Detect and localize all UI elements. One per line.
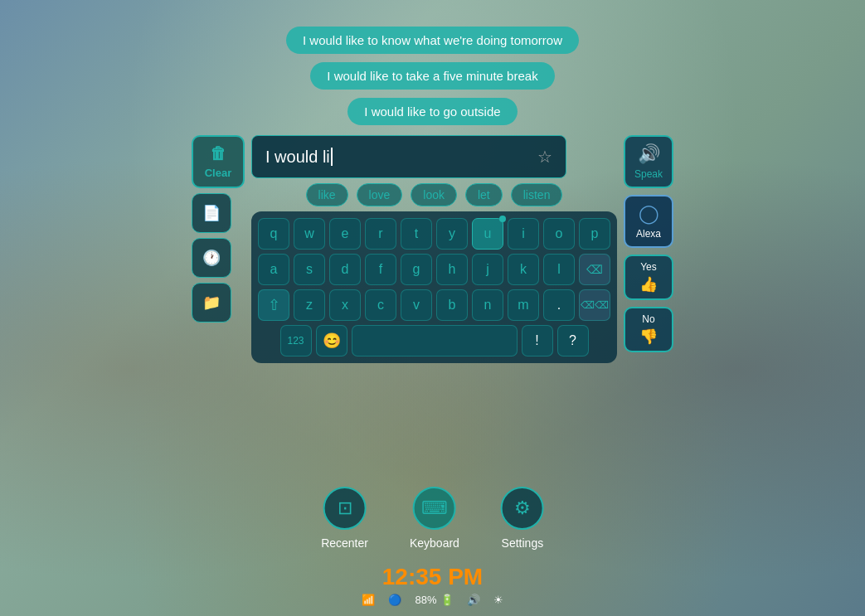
key-row-2: a s d f g h j k l ⌫ — [258, 254, 610, 285]
text-input-row: I would li ☆ — [251, 135, 617, 178]
key-num-sym[interactable]: 123 — [280, 325, 312, 357]
keyboard-label: Keyboard — [410, 536, 459, 550]
key-emoji[interactable]: 😊 — [316, 325, 347, 357]
key-space[interactable] — [352, 325, 518, 357]
key-d[interactable]: d — [329, 254, 361, 285]
document-icon-button[interactable]: 📄 — [192, 193, 231, 233]
word-suggestion-let[interactable]: let — [465, 183, 503, 206]
key-b[interactable]: b — [436, 289, 468, 321]
keyboard-control[interactable]: ⌨ Keyboard — [410, 487, 459, 550]
key-a[interactable]: a — [258, 254, 289, 285]
key-w[interactable]: w — [294, 218, 325, 250]
key-i[interactable]: i — [508, 218, 539, 250]
right-sidebar: 🔊 Speak ◯ Alexa Yes 👍 No 👎 — [624, 135, 673, 352]
suggestion-pill-1[interactable]: I would like to know what we're doing to… — [286, 27, 579, 54]
suggestion-pill-2[interactable]: I would like to take a five minute break — [310, 62, 554, 90]
key-t[interactable]: t — [401, 218, 432, 250]
key-z[interactable]: z — [294, 289, 325, 321]
center-area: I would li ☆ like love look let listen q… — [251, 135, 617, 363]
settings-label: Settings — [502, 536, 544, 550]
key-j[interactable]: j — [472, 254, 503, 285]
bluetooth-icon: 🔵 — [388, 594, 401, 606]
settings-button[interactable]: ⚙ — [501, 487, 544, 530]
key-c[interactable]: c — [365, 289, 396, 321]
key-p[interactable]: p — [579, 218, 610, 250]
keyboard-icon: ⌨ — [421, 497, 448, 519]
clear-label: Clear — [205, 167, 232, 179]
keyboard-container: 🗑 Clear 📄 🕐 📁 I would li ☆ — [192, 135, 673, 363]
status-bar: 12:35 PM 📶 🔵 88% 🔋 🔊 ☀ — [0, 554, 865, 616]
key-shift[interactable]: ⇧ — [258, 289, 289, 321]
key-period[interactable]: . — [543, 289, 575, 321]
key-v[interactable]: v — [401, 289, 432, 321]
settings-icon: ⚙ — [514, 497, 531, 519]
recenter-icon: ⊡ — [338, 497, 352, 519]
key-m[interactable]: m — [508, 289, 539, 321]
settings-control[interactable]: ⚙ Settings — [501, 487, 544, 550]
text-input-box[interactable]: I would li ☆ — [251, 135, 566, 178]
battery-percent: 88% — [415, 594, 436, 606]
key-r[interactable]: r — [365, 218, 396, 250]
key-s[interactable]: s — [294, 254, 325, 285]
keyboard-main: q w e r t y u i o p a s — [251, 211, 617, 363]
key-u[interactable]: u — [472, 218, 503, 250]
key-x[interactable]: x — [329, 289, 361, 321]
thumbs-up-icon: 👍 — [639, 275, 658, 293]
word-suggestion-like[interactable]: like — [306, 183, 348, 206]
alexa-icon: ◯ — [639, 203, 659, 225]
status-icons: 📶 🔵 88% 🔋 🔊 ☀ — [362, 594, 503, 606]
clock-icon-button[interactable]: 🕐 — [192, 238, 231, 278]
key-h[interactable]: h — [436, 254, 468, 285]
text-cursor — [331, 148, 333, 166]
keyboard-button[interactable]: ⌨ — [413, 487, 456, 530]
key-u-wrapper: u — [472, 218, 503, 250]
wifi-icon: 📶 — [362, 594, 375, 606]
key-exclamation[interactable]: ! — [522, 325, 553, 357]
yes-button[interactable]: Yes 👍 — [624, 255, 673, 300]
word-suggestion-love[interactable]: love — [357, 183, 403, 206]
key-o[interactable]: o — [543, 218, 575, 250]
brightness-icon: ☀ — [493, 594, 503, 606]
scan-indicator — [499, 216, 506, 222]
key-row-4: 123 😊 ! ? — [258, 325, 610, 357]
speak-icon: 🔊 — [638, 143, 660, 165]
suggestion-pill-3[interactable]: I would like to go outside — [347, 98, 517, 125]
word-suggestion-look[interactable]: look — [411, 183, 457, 206]
document-icon: 📄 — [202, 204, 221, 222]
clear-button[interactable]: 🗑 Clear — [192, 135, 245, 188]
key-row-1: q w e r t y u i o p — [258, 218, 610, 250]
key-l[interactable]: l — [543, 254, 575, 285]
clock-icon: 🕐 — [202, 249, 221, 267]
speak-label: Speak — [634, 168, 663, 180]
folder-icon: 📁 — [202, 293, 221, 312]
speak-button[interactable]: 🔊 Speak — [624, 135, 673, 188]
thumbs-down-icon: 👎 — [639, 327, 658, 346]
bottom-controls: ⊡ Recenter ⌨ Keyboard ⚙ Settings — [321, 487, 544, 550]
folder-icon-button[interactable]: 📁 — [192, 283, 231, 323]
recenter-control[interactable]: ⊡ Recenter — [321, 487, 368, 550]
yes-label: Yes — [640, 261, 657, 273]
no-button[interactable]: No 👎 — [624, 307, 673, 352]
star-favorite-button[interactable]: ☆ — [537, 147, 552, 167]
alexa-label: Alexa — [636, 228, 661, 240]
key-y[interactable]: y — [436, 218, 468, 250]
key-double-backspace[interactable]: ⌫⌫ — [579, 289, 610, 321]
recenter-label: Recenter — [321, 536, 368, 550]
key-k[interactable]: k — [508, 254, 539, 285]
key-backspace[interactable]: ⌫ — [579, 254, 610, 285]
word-suggestions: like love look let listen — [251, 183, 617, 206]
left-sidebar: 🗑 Clear 📄 🕐 📁 — [192, 135, 245, 323]
key-e[interactable]: e — [329, 218, 361, 250]
suggestion-area: I would like to know what we're doing to… — [286, 27, 579, 125]
time-display: 12:35 PM — [382, 564, 483, 590]
battery-indicator: 88% 🔋 — [415, 594, 453, 606]
alexa-button[interactable]: ◯ Alexa — [624, 195, 673, 248]
key-f[interactable]: f — [365, 254, 396, 285]
key-q[interactable]: q — [258, 218, 289, 250]
recenter-button[interactable]: ⊡ — [323, 487, 367, 530]
word-suggestion-listen[interactable]: listen — [511, 183, 563, 206]
key-row-3: ⇧ z x c v b n m . ⌫⌫ — [258, 289, 610, 321]
key-n[interactable]: n — [472, 289, 503, 321]
key-g[interactable]: g — [401, 254, 432, 285]
key-question[interactable]: ? — [557, 325, 589, 357]
